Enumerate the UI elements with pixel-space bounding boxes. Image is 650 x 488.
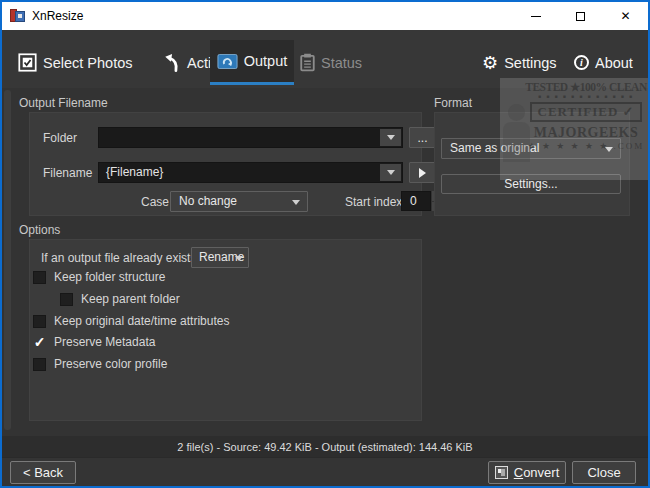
case-label: Case: [141, 195, 169, 209]
checkbox-box[interactable]: ✓: [33, 336, 46, 349]
tab-status[interactable]: Status: [300, 40, 380, 85]
app-icon: [10, 8, 26, 24]
about-label: About: [595, 55, 633, 71]
tab-output[interactable]: Output: [210, 40, 294, 85]
close-button[interactable]: ✕: [603, 2, 648, 30]
action-icon: [164, 53, 181, 73]
close-window-button[interactable]: Close: [572, 461, 636, 484]
format-dropdown[interactable]: Same as original: [441, 138, 621, 159]
about-menu-item[interactable]: i About: [574, 40, 642, 85]
tab-label: Status: [321, 55, 362, 71]
chevron-down-icon: [235, 256, 243, 261]
exists-dropdown[interactable]: Rename: [191, 247, 249, 268]
folder-label: Folder: [43, 131, 77, 145]
settings-menu-item[interactable]: ⚙ Settings: [482, 40, 558, 85]
content-area: Output Filename Folder ... Filename {Fil…: [2, 88, 648, 436]
start-index-label: Start index: [345, 195, 402, 209]
back-button[interactable]: < Back: [10, 461, 76, 484]
format-value: Same as original: [450, 141, 539, 155]
convert-label: Convert: [514, 465, 560, 480]
status-bar: 2 file(s) - Source: 49.42 KiB - Output (…: [2, 436, 648, 457]
info-icon: i: [574, 55, 589, 70]
minimize-button[interactable]: [513, 2, 558, 30]
filename-value: {Filename}: [106, 165, 163, 179]
settings-label: Settings: [504, 55, 556, 71]
case-dropdown[interactable]: No change: [170, 191, 308, 212]
maximize-button[interactable]: [558, 2, 603, 30]
browse-folder-button[interactable]: ...: [409, 127, 436, 148]
play-icon: [419, 168, 426, 178]
format-panel: Same as original Settings...: [434, 112, 630, 216]
output-filename-panel: Folder ... Filename {Filename} Case No c…: [29, 112, 422, 216]
checkbox-keep-datetime-attributes[interactable]: Keep original date/time attributes: [33, 314, 229, 328]
convert-image-icon: [495, 466, 508, 479]
select-photos-icon: [18, 53, 37, 72]
vertical-scrollbar[interactable]: [4, 90, 11, 430]
close-icon: ✕: [620, 10, 630, 22]
chevron-down-icon: [292, 200, 300, 205]
tab-label: Select Photos: [43, 55, 132, 71]
output-filename-group-label: Output Filename: [19, 96, 108, 110]
xnresize-window: XnResize ✕ Select Photos Action: [0, 0, 650, 488]
titlebar[interactable]: XnResize ✕: [2, 2, 648, 30]
filename-dropdown-button[interactable]: [380, 164, 401, 181]
format-settings-button[interactable]: Settings...: [441, 174, 621, 194]
status-icon: [300, 53, 315, 72]
maximize-icon: [576, 12, 585, 21]
format-group-label: Format: [434, 96, 472, 110]
chevron-down-icon: [387, 170, 395, 175]
chevron-down-icon: [387, 135, 395, 140]
folder-combobox[interactable]: [98, 127, 403, 148]
start-index-input[interactable]: 0: [401, 191, 431, 211]
filename-label: Filename: [43, 166, 92, 180]
footer: < Back Convert Close: [2, 457, 648, 486]
checkbox-keep-parent-folder[interactable]: Keep parent folder: [60, 292, 180, 306]
filename-combobox[interactable]: {Filename}: [98, 162, 403, 183]
case-value: No change: [179, 194, 237, 208]
checkbox-preserve-metadata[interactable]: ✓ Preserve Metadata: [33, 335, 155, 349]
options-group-label: Options: [19, 223, 60, 237]
chevron-down-icon: [605, 147, 613, 152]
filename-token-button[interactable]: [409, 162, 436, 183]
folder-dropdown-button[interactable]: [380, 129, 401, 146]
checkbox-preserve-color-profile[interactable]: Preserve color profile: [33, 357, 167, 371]
checkbox-box[interactable]: [33, 358, 46, 371]
output-icon: [217, 54, 238, 69]
window-title: XnResize: [32, 9, 83, 23]
options-panel: If an output file already exists Rename …: [29, 239, 422, 421]
status-text: 2 file(s) - Source: 49.42 KiB - Output (…: [177, 441, 472, 453]
tabbar: Select Photos Action Output Status: [2, 30, 648, 88]
checkbox-box[interactable]: [33, 315, 46, 328]
minimize-icon: [531, 16, 541, 17]
convert-button[interactable]: Convert: [488, 461, 566, 484]
checkbox-box[interactable]: [60, 293, 73, 306]
exists-label: If an output file already exists: [41, 251, 196, 265]
checkbox-keep-folder-structure[interactable]: Keep folder structure: [33, 270, 165, 284]
gear-icon: ⚙: [482, 54, 498, 72]
checkbox-box[interactable]: [33, 271, 46, 284]
tab-select-photos[interactable]: Select Photos: [18, 40, 150, 85]
tab-label: Output: [244, 53, 288, 69]
